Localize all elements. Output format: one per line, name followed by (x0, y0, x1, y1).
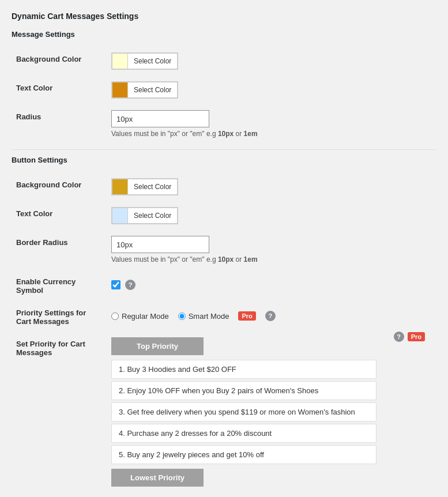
msg-bg-color-picker[interactable]: Select Color (111, 52, 178, 70)
currency-symbol-label: Enable Currency Symbol (12, 269, 107, 300)
btn-radius-hint: Values must be in "px" or "em" e.g 10px … (111, 255, 432, 263)
msg-radius-hint: Values must be in "px" or "em" e.g 10px … (111, 130, 432, 138)
button-settings-title: Button Settings (12, 156, 436, 164)
msg-radius-row: Radius Values must be in "px" or "em" e.… (12, 104, 436, 144)
btn-border-radius-input[interactable] (111, 236, 209, 253)
page-title: Dynamic Cart Messages Settings (12, 12, 436, 21)
set-priority-help-icon[interactable]: ? (394, 332, 404, 342)
priority-list-item[interactable]: 5. Buy any 2 jewelry pieces and get 10% … (111, 445, 377, 464)
msg-bg-color-swatch (112, 53, 128, 69)
priority-pro-badge: Pro (238, 311, 255, 321)
priority-settings-row: Priority Settings for Cart Messages Regu… (12, 300, 436, 332)
btn-border-radius-label: Border Radius (12, 230, 107, 269)
btn-text-color-label: Text Color (12, 201, 107, 230)
currency-symbol-row: Enable Currency Symbol ? (12, 269, 436, 300)
priority-settings-label: Priority Settings for Cart Messages (12, 300, 107, 332)
message-settings-title: Message Settings (12, 30, 436, 39)
priority-list: 1. Buy 3 Hoodies and Get $20 OFF2. Enjoy… (111, 360, 377, 464)
set-priority-pro-wrap: ? Pro (394, 332, 425, 342)
msg-bg-color-row: Background Color Select Color (12, 47, 436, 76)
btn-bg-color-picker[interactable]: Select Color (111, 178, 178, 195)
priority-container: Top Priority 1. Buy 3 Hoodies and Get $2… (111, 337, 377, 487)
smart-mode-label: Smart Mode (189, 312, 229, 321)
btn-text-color-row: Text Color Select Color (12, 201, 436, 230)
lowest-priority-label: Lowest Priority (111, 469, 204, 487)
msg-text-color-label: Text Color (12, 76, 107, 104)
btn-bg-color-swatch (112, 179, 128, 195)
currency-help-icon[interactable]: ? (125, 280, 135, 290)
msg-text-color-swatch (112, 82, 128, 98)
btn-bg-select-color-button[interactable]: Select Color (128, 179, 178, 195)
regular-mode-option[interactable]: Regular Mode (111, 312, 169, 321)
priority-list-item[interactable]: 2. Enjoy 10% OFF when you Buy 2 pairs of… (111, 381, 377, 400)
priority-mode-wrap: Regular Mode Smart Mode Pro ? (111, 311, 432, 321)
priority-list-item[interactable]: 4. Purchase any 2 dresses for a 20% disc… (111, 424, 377, 443)
btn-text-color-picker[interactable]: Select Color (111, 207, 178, 224)
btn-text-color-swatch (112, 208, 128, 224)
smart-mode-radio[interactable] (178, 312, 186, 320)
msg-radius-label: Radius (12, 104, 107, 144)
set-priority-label: Set Priority for Cart Messages (12, 332, 107, 492)
msg-radius-input[interactable] (111, 110, 209, 127)
msg-bg-select-color-button[interactable]: Select Color (128, 53, 178, 69)
btn-text-select-color-button[interactable]: Select Color (128, 208, 178, 224)
button-settings-section: Button Settings Background Color Select … (12, 156, 436, 492)
btn-border-radius-row: Border Radius Values must be in "px" or … (12, 230, 436, 269)
smart-mode-option[interactable]: Smart Mode (178, 312, 229, 321)
msg-bg-color-label: Background Color (12, 47, 107, 76)
regular-mode-radio[interactable] (111, 312, 119, 320)
btn-bg-color-row: Background Color Select Color (12, 172, 436, 201)
set-priority-pro-badge: Pro (408, 332, 425, 341)
priority-list-item[interactable]: 1. Buy 3 Hoodies and Get $20 OFF (111, 360, 377, 379)
currency-symbol-checkbox[interactable] (111, 280, 121, 289)
divider-1 (12, 149, 436, 150)
btn-bg-color-label: Background Color (12, 172, 107, 201)
msg-text-select-color-button[interactable]: Select Color (128, 82, 178, 98)
priority-help-icon[interactable]: ? (265, 311, 276, 321)
regular-mode-label: Regular Mode (122, 312, 169, 321)
set-priority-row: Set Priority for Cart Messages Top Prior… (12, 332, 436, 492)
top-priority-label: Top Priority (111, 337, 204, 355)
currency-symbol-wrap: ? (111, 280, 432, 290)
message-settings-section: Message Settings Background Color Select… (12, 30, 436, 144)
priority-list-item[interactable]: 3. Get free delivery when you spend $119… (111, 402, 377, 421)
msg-text-color-picker[interactable]: Select Color (111, 81, 178, 99)
msg-text-color-row: Text Color Select Color (12, 76, 436, 104)
